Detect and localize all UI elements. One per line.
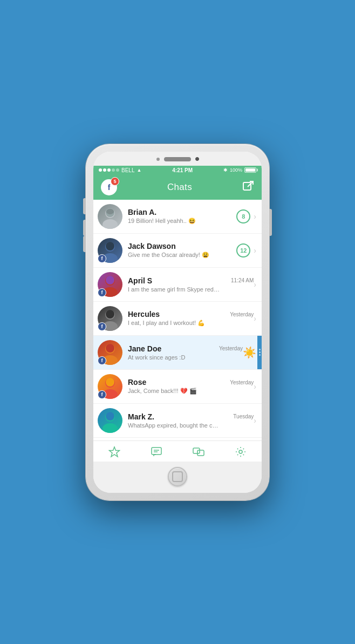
svg-point-16 (106, 344, 114, 352)
chat-message-jane: At work since ages :D (128, 354, 220, 361)
avatar-wrap-jack: f (98, 238, 122, 263)
fb-badge-rose: f (98, 390, 106, 399)
svg-rect-0 (243, 182, 251, 190)
weather-icon: ☀️ (243, 346, 256, 359)
chat-right-hercules: › (254, 314, 256, 323)
wifi-icon: ▲ (136, 167, 141, 173)
chat-message-mark: WhatsApp expired, bought the company (128, 422, 220, 429)
fb-badge-april: f (98, 288, 106, 297)
fb-badge-hercules: f (98, 322, 106, 331)
chat-name-mark: Mark Z. (128, 412, 154, 421)
chat-name-april: April S (128, 276, 152, 285)
svg-point-21 (103, 423, 118, 433)
star-icon (108, 445, 121, 458)
svg-point-2 (103, 219, 118, 229)
svg-point-22 (106, 412, 114, 421)
chat-time-mark: Tuesday (233, 413, 254, 419)
unread-badge-jack: 12 (236, 243, 250, 257)
fb-button-wrap[interactable]: f 5 (101, 179, 117, 195)
chevron-right-icon: › (254, 314, 256, 323)
status-right: ✱ 100% (223, 167, 256, 173)
chat-time-rose: Yesterday (230, 379, 254, 385)
chevron-right-icon: › (254, 416, 256, 425)
phone-device: BELL ▲ 4:21 PM ✱ 100% f 5 Chats (86, 144, 269, 500)
chevron-right-icon: › (254, 212, 256, 221)
chat-icon (150, 445, 163, 458)
app-header: f 5 Chats (93, 175, 262, 200)
compose-button[interactable] (242, 180, 254, 194)
battery-percent: 100% (230, 167, 242, 173)
svg-marker-26 (110, 447, 120, 457)
home-button[interactable] (168, 467, 187, 486)
chevron-right-icon: › (254, 280, 256, 289)
svg-point-19 (106, 378, 114, 387)
bottom-bezel (93, 462, 262, 493)
avatar-wrap-brian (98, 204, 122, 229)
compose-icon (242, 180, 254, 192)
tab-groups[interactable] (192, 445, 205, 458)
chat-item-jack[interactable]: f Jack Dawson Give me the Oscar already!… (93, 234, 262, 268)
unread-badge-brian: 8 (236, 209, 250, 223)
avatar-wrap-rose: f (98, 374, 122, 399)
battery-icon (244, 167, 256, 173)
chat-item-brian[interactable]: Brian A. 19 Billion! Hell yeahh.. 😆 8 › (93, 200, 262, 234)
tab-settings[interactable] (234, 445, 247, 458)
fb-badge-jane: f (98, 356, 106, 365)
tab-bar (93, 440, 262, 462)
chat-right-rose: › (254, 382, 256, 391)
chat-content-rose: Rose Yesterday Jack, Come back!!! 💔 🎬 (128, 378, 254, 395)
avatar-wrap-mark (98, 408, 122, 433)
svg-rect-31 (197, 450, 204, 456)
front-camera (195, 157, 199, 161)
chat-right-jane: ☀️ (243, 346, 256, 359)
chat-content-hercules: Hercules Yesterday I eat, I play and I w… (128, 310, 254, 327)
groups-icon (192, 445, 205, 458)
fb-notification-badge: 5 (111, 177, 119, 186)
chevron-right-icon: › (254, 246, 256, 255)
speaker-dot (156, 158, 160, 161)
chevron-right-icon: › (254, 382, 256, 391)
chat-right-brian: 8 › (236, 209, 256, 223)
chat-message-rose: Jack, Come back!!! 💔 🎬 (128, 388, 220, 395)
tab-favorites[interactable] (108, 445, 121, 458)
avatar-wrap-jane: f (98, 340, 122, 365)
chat-time-april: 11:24 AM (231, 277, 254, 283)
chat-content-april: April S 11:24 AM I am the same girl frm … (128, 276, 254, 293)
chat-message-brian: 19 Billion! Hell yeahh.. 😆 (128, 218, 220, 225)
carrier-label: BELL (121, 167, 134, 173)
svg-point-10 (106, 276, 114, 284)
svg-point-4 (106, 209, 114, 214)
gear-icon (234, 445, 247, 458)
chat-item-mark[interactable]: Mark Z. Tuesday WhatsApp expired, bought… (93, 404, 262, 438)
chat-message-jack: Give me the Oscar already! 😩 (128, 252, 220, 259)
fb-badge-jack: f (98, 254, 106, 263)
chat-time-jane: Yesterday (219, 345, 243, 351)
chat-item-rose[interactable]: f Rose Yesterday Jack, Come back!!! 💔 🎬 … (93, 370, 262, 404)
svg-point-32 (239, 450, 242, 453)
clock: 4:21 PM (172, 167, 193, 173)
slide-indicator (257, 336, 262, 369)
status-left: BELL ▲ (99, 167, 141, 173)
tab-chats[interactable] (150, 445, 163, 458)
chat-right-jack: 12 › (236, 243, 256, 257)
chat-content-brian: Brian A. 19 Billion! Hell yeahh.. 😆 (128, 208, 236, 225)
avatar-wrap-april: f (98, 272, 122, 297)
top-bezel (93, 152, 262, 166)
chat-item-jane[interactable]: f Jane Doe Yesterday At work since ages … (93, 336, 262, 370)
svg-rect-30 (193, 448, 200, 453)
chat-name-jack: Jack Dawson (128, 242, 176, 250)
chat-name-hercules: Hercules (128, 310, 160, 318)
avatar-mark (98, 408, 122, 433)
chat-name-jane: Jane Doe (128, 344, 161, 353)
page-title: Chats (167, 182, 192, 193)
chat-item-miranda[interactable]: Miranda Grey 13/3/14 › (93, 438, 262, 440)
avatar-wrap-hercules: f (98, 306, 122, 331)
svg-point-13 (106, 310, 114, 318)
earpiece (164, 157, 191, 161)
chat-time-hercules: Yesterday (230, 311, 254, 317)
chat-list: Brian A. 19 Billion! Hell yeahh.. 😆 8 › (93, 200, 262, 440)
chat-item-april[interactable]: f April S 11:24 AM I am the same girl fr… (93, 268, 262, 302)
chat-content-jane: Jane Doe Yesterday At work since ages :D (128, 344, 243, 361)
bluetooth-icon: ✱ (223, 167, 228, 173)
chat-item-hercules[interactable]: f Hercules Yesterday I eat, I play and I… (93, 302, 262, 336)
